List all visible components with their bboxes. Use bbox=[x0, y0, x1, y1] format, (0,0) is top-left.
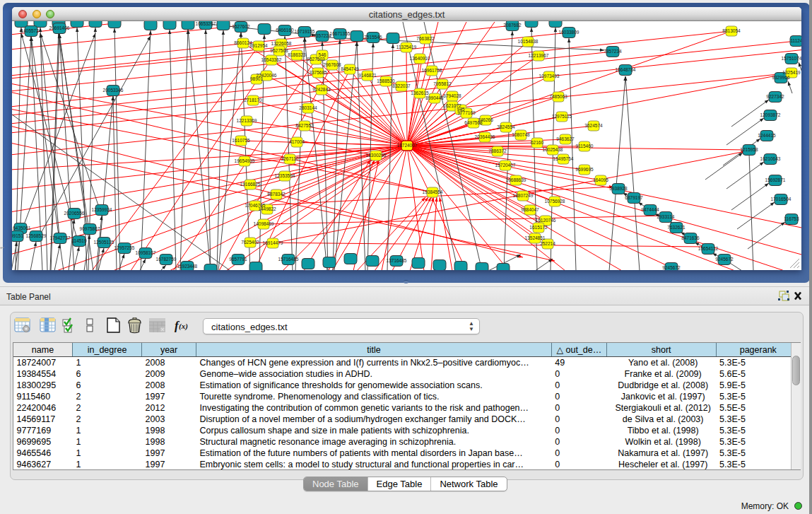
svg-text:8813054: 8813054 bbox=[722, 28, 741, 33]
svg-text:16671355: 16671355 bbox=[330, 31, 351, 36]
svg-text:16543362: 16543362 bbox=[261, 57, 282, 62]
svg-text:116753: 116753 bbox=[784, 216, 799, 221]
svg-text:16782759: 16782759 bbox=[156, 257, 177, 262]
svg-text:9463627: 9463627 bbox=[556, 136, 575, 141]
svg-text:7485063: 7485063 bbox=[549, 94, 567, 99]
svg-text:9657791: 9657791 bbox=[229, 257, 247, 262]
svg-text:8322037: 8322037 bbox=[392, 83, 411, 88]
svg-text:62160: 62160 bbox=[531, 140, 543, 145]
svg-text:19166825: 19166825 bbox=[240, 182, 261, 187]
svg-text:90975867: 90975867 bbox=[80, 226, 100, 231]
svg-text:7955812: 7955812 bbox=[433, 81, 452, 86]
svg-text:17942737: 17942737 bbox=[50, 235, 71, 240]
svg-text:12213967: 12213967 bbox=[529, 53, 549, 58]
svg-text:15495754: 15495754 bbox=[553, 156, 574, 161]
svg-text:99151: 99151 bbox=[12, 233, 23, 238]
svg-text:20053346: 20053346 bbox=[103, 88, 124, 93]
svg-text:8912954: 8912954 bbox=[249, 43, 268, 48]
svg-text:8454749: 8454749 bbox=[341, 66, 359, 71]
svg-text:3267110: 3267110 bbox=[281, 156, 299, 161]
svg-text:9245672: 9245672 bbox=[662, 265, 681, 270]
svg-text:1615172: 1615172 bbox=[529, 225, 548, 230]
svg-text:9115460: 9115460 bbox=[576, 144, 594, 148]
svg-text:9227342: 9227342 bbox=[766, 94, 784, 99]
svg-text:7663822: 7663822 bbox=[416, 36, 435, 41]
svg-text:98901: 98901 bbox=[250, 76, 263, 81]
svg-text:10719155: 10719155 bbox=[295, 29, 315, 34]
svg-text:15720407: 15720407 bbox=[495, 163, 516, 168]
svg-text:17016504: 17016504 bbox=[771, 197, 792, 201]
svg-text:8427552: 8427552 bbox=[295, 123, 314, 128]
svg-text:3375685: 3375685 bbox=[309, 70, 327, 75]
svg-text:7886372: 7886372 bbox=[488, 148, 507, 153]
svg-text:20364436: 20364436 bbox=[475, 134, 495, 139]
svg-text:7632621: 7632621 bbox=[667, 225, 686, 230]
svg-text:12353594: 12353594 bbox=[275, 173, 295, 178]
svg-text:15692871: 15692871 bbox=[765, 177, 786, 182]
svg-text:13226058: 13226058 bbox=[271, 41, 292, 46]
svg-text:2718170: 2718170 bbox=[244, 98, 262, 103]
svg-text:9242843: 9242843 bbox=[312, 87, 331, 92]
svg-text:15716485: 15716485 bbox=[278, 257, 299, 262]
svg-text:10756928: 10756928 bbox=[545, 199, 565, 204]
svg-text:10154838: 10154838 bbox=[518, 39, 539, 44]
svg-text:1610755: 1610755 bbox=[232, 138, 250, 143]
svg-text:2803144: 2803144 bbox=[299, 105, 317, 110]
svg-text:8990448: 8990448 bbox=[425, 95, 444, 100]
svg-text:5938928: 5938928 bbox=[609, 186, 628, 191]
svg-text:16033809: 16033809 bbox=[559, 30, 579, 35]
svg-text:8186323: 8186323 bbox=[288, 52, 306, 57]
svg-text:14055724: 14055724 bbox=[21, 28, 42, 33]
svg-text:9884047: 9884047 bbox=[521, 207, 539, 212]
svg-text:12568529: 12568529 bbox=[26, 233, 47, 238]
svg-text:11124: 11124 bbox=[790, 38, 801, 43]
svg-text:1325419: 1325419 bbox=[782, 70, 801, 75]
svg-text:546: 546 bbox=[319, 52, 326, 57]
svg-text:746266: 746266 bbox=[478, 117, 493, 122]
svg-text:14098469: 14098469 bbox=[254, 221, 274, 226]
svg-text:9329966: 9329966 bbox=[772, 75, 790, 80]
svg-text:252214: 252214 bbox=[540, 241, 555, 246]
svg-text:16648784: 16648784 bbox=[616, 67, 636, 72]
svg-text:7625402: 7625402 bbox=[241, 240, 259, 245]
svg-text:7357224: 7357224 bbox=[313, 33, 331, 38]
svg-text:10025438: 10025438 bbox=[543, 147, 563, 152]
svg-text:12093872: 12093872 bbox=[760, 112, 781, 117]
svg-text:9146821: 9146821 bbox=[358, 73, 377, 78]
svg-text:16210643: 16210643 bbox=[760, 156, 781, 161]
svg-text:10654112: 10654112 bbox=[698, 246, 719, 251]
svg-text:7857234: 7857234 bbox=[604, 49, 622, 54]
svg-text:164095: 164095 bbox=[593, 177, 608, 182]
svg-text:1244415: 1244415 bbox=[758, 133, 776, 138]
svg-text:12359934: 12359934 bbox=[92, 207, 112, 212]
svg-text:1527602: 1527602 bbox=[232, 24, 250, 29]
svg-text:1080748: 1080748 bbox=[512, 132, 530, 137]
svg-text:11923448: 11923448 bbox=[177, 264, 198, 269]
svg-text:16435061: 16435061 bbox=[12, 226, 31, 230]
svg-text:20691406: 20691406 bbox=[49, 25, 70, 30]
svg-text:3624574: 3624574 bbox=[584, 123, 603, 128]
svg-text:20206556: 20206556 bbox=[64, 211, 85, 216]
svg-text:10688639: 10688639 bbox=[506, 177, 526, 182]
svg-text:9245672: 9245672 bbox=[715, 257, 734, 262]
svg-text:9527508: 9527508 bbox=[270, 48, 288, 53]
svg-text:13716485: 13716485 bbox=[387, 258, 407, 263]
svg-text:18807249: 18807249 bbox=[513, 193, 534, 198]
svg-text:15751074: 15751074 bbox=[782, 56, 801, 61]
svg-text:9527503: 9527503 bbox=[307, 57, 325, 62]
svg-text:10973493: 10973493 bbox=[539, 74, 560, 78]
svg-text:16120746: 16120746 bbox=[536, 218, 556, 223]
svg-text:6794028: 6794028 bbox=[443, 93, 461, 98]
svg-text:13524851: 13524851 bbox=[525, 235, 546, 240]
svg-text:6466160: 6466160 bbox=[276, 28, 294, 33]
svg-text:18724007: 18724007 bbox=[397, 143, 418, 148]
svg-text:1588520: 1588520 bbox=[377, 78, 395, 83]
svg-text:18300295: 18300295 bbox=[366, 153, 387, 158]
svg-text:7515546: 7515546 bbox=[364, 35, 382, 40]
svg-text:9699695: 9699695 bbox=[575, 167, 594, 172]
svg-text:114519: 114519 bbox=[71, 238, 87, 243]
svg-text:2967608: 2967608 bbox=[323, 62, 341, 67]
svg-text:10958107: 10958107 bbox=[136, 250, 156, 255]
svg-text:417004: 417004 bbox=[289, 139, 305, 144]
svg-text:8471636: 8471636 bbox=[681, 235, 700, 240]
